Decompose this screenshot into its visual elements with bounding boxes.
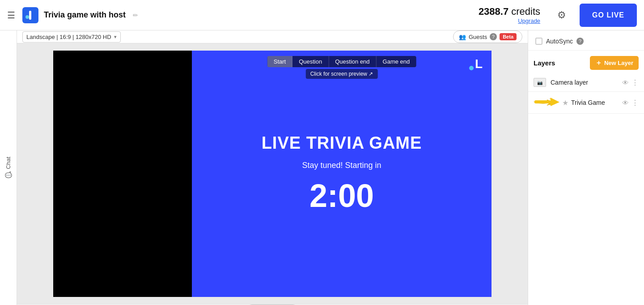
more-icon-camera[interactable]: ⋮ — [631, 78, 639, 87]
plus-icon: ＋ — [595, 59, 602, 67]
credits-label: credits — [508, 6, 540, 17]
project-title: Trivia game with host — [44, 10, 126, 20]
right-sidebar: AutoSync ? Layers ＋ New Layer 📷 Camera l… — [528, 30, 644, 305]
game-tabs: Start Question Question end Game end Cli… — [267, 56, 416, 79]
edit-icon[interactable]: ✏ — [133, 12, 138, 19]
go-live-button[interactable]: GO LIVE — [580, 4, 637, 27]
layer-thumbnail-camera: 📷 — [534, 78, 546, 87]
credits-section: 2388.7 credits Upgrade — [479, 6, 540, 24]
upgrade-link[interactable]: Upgrade — [479, 17, 540, 24]
autosync-row: AutoSync ? — [528, 30, 644, 51]
game-timer: 2:00 — [262, 177, 422, 214]
star-icon-trivia: ★ — [562, 99, 568, 107]
credits-amount: 2388.7 — [479, 6, 508, 17]
canvas-toolbar: Landscape | 16:9 | 1280x720 HD ▾ 👥 Guest… — [17, 30, 528, 43]
canvas-frame: Start Question Question end Game end Cli… — [53, 51, 491, 297]
game-content: LIVE TRIVIA GAME Stay tuned! Starting in… — [262, 133, 422, 214]
layers-title: Layers — [534, 59, 590, 67]
settings-icon[interactable]: ⚙ — [553, 6, 571, 24]
canvas-preview: Start Question Question end Game end Cli… — [17, 43, 528, 304]
autosync-checkbox[interactable] — [535, 38, 542, 45]
camera-thumb-icon: 📷 — [537, 80, 542, 85]
chat-label[interactable]: 💬 Chat — [5, 151, 12, 184]
screen-preview-link[interactable]: Click for screen preview ↗ — [306, 69, 378, 79]
guests-button[interactable]: 👥 Guests ? Beta — [453, 30, 522, 43]
guests-help-icon[interactable]: ? — [490, 33, 497, 40]
layer-name-camera: Camera layer — [551, 79, 618, 86]
eye-icon-trivia[interactable]: 👁 — [622, 99, 629, 107]
svg-point-1 — [25, 15, 29, 19]
tab-game-end[interactable]: Game end — [377, 56, 416, 67]
game-screen[interactable]: Start Question Question end Game end Cli… — [192, 51, 491, 297]
logo — [22, 7, 38, 23]
camera-area — [53, 51, 192, 297]
tab-start[interactable]: Start — [267, 56, 292, 67]
resolution-select[interactable]: Landscape | 16:9 | 1280x720 HD ▾ — [22, 31, 121, 43]
chat-tab[interactable]: 💬 Chat — [0, 30, 17, 305]
layers-header: Layers ＋ New Layer — [528, 51, 644, 73]
main-layout: 💬 Chat Landscape | 16:9 | 1280x720 HD ▾ … — [0, 30, 644, 305]
header: ☰ Trivia game with host ✏ 2388.7 credits… — [0, 0, 644, 30]
guests-icon: 👥 — [459, 34, 466, 40]
layer-actions-trivia: 👁 ⋮ — [622, 99, 639, 107]
menu-icon[interactable]: ☰ — [7, 10, 15, 21]
new-layer-button[interactable]: ＋ New Layer — [590, 56, 639, 70]
logo-dot — [469, 66, 474, 70]
tab-question[interactable]: Question — [292, 56, 329, 67]
more-icon-trivia[interactable]: ⋮ — [631, 99, 639, 107]
game-subtitle: Stay tuned! Starting in — [262, 161, 422, 170]
tab-question-end[interactable]: Question end — [329, 56, 376, 67]
preview-link-label: Click for screen preview ↗ — [310, 71, 373, 77]
beta-badge: Beta — [500, 33, 517, 40]
game-tabs-row: Start Question Question end Game end — [267, 56, 416, 67]
game-title: LIVE TRIVIA GAME — [262, 133, 422, 153]
chevron-down-icon: ▾ — [114, 34, 117, 40]
logo-letter: L — [475, 58, 483, 70]
game-logo: L — [469, 58, 483, 70]
canvas-area: Landscape | 16:9 | 1280x720 HD ▾ 👥 Guest… — [17, 30, 528, 305]
new-layer-label: New Layer — [604, 60, 633, 66]
autosync-label: AutoSync — [546, 38, 573, 45]
svg-rect-2 — [29, 11, 31, 20]
svg-marker-4 — [551, 98, 559, 106]
chat-icon: 💬 — [5, 172, 12, 179]
resolution-label: Landscape | 16:9 | 1280x720 HD — [26, 34, 111, 40]
autosync-help-icon[interactable]: ? — [576, 38, 584, 45]
layer-name-trivia: Trivia Game — [571, 99, 622, 106]
arrow-indicator — [534, 96, 559, 109]
layer-actions-camera: 👁 ⋮ — [622, 78, 639, 87]
layer-item-camera[interactable]: 📷 Camera layer 👁 ⋮ — [528, 73, 644, 92]
svg-rect-3 — [534, 100, 551, 103]
guests-label: Guests — [469, 34, 487, 40]
eye-icon-camera[interactable]: 👁 — [622, 79, 629, 86]
layer-item-trivia[interactable]: ★ Trivia Game 👁 ⋮ — [528, 92, 644, 114]
